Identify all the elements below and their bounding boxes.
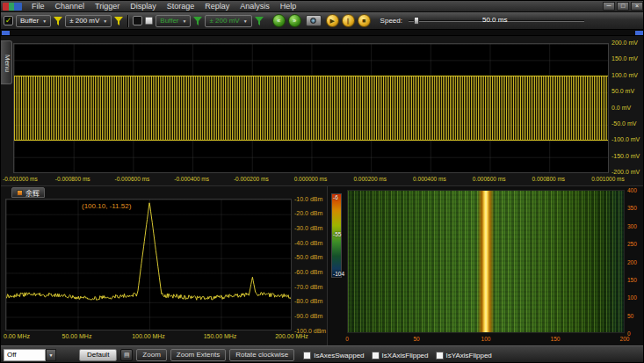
menu-item-trigger[interactable]: Trigger	[90, 1, 125, 12]
ch2-buffer-dropdown[interactable]: Buffer ▼	[156, 15, 191, 27]
waveform-x-tick: -0.000200 ms	[225, 176, 278, 182]
waveform-y-tick: -150.0 mV	[611, 153, 640, 159]
maximize-button[interactable]: □	[617, 2, 629, 11]
pause-button[interactable]: ∥	[342, 14, 355, 27]
status-bar: Off ▼ Default ▤ Zoom Zoom Extents Rotate…	[1, 345, 644, 363]
chevron-down-icon: ▼	[46, 349, 56, 361]
menu-item-help[interactable]: Help	[275, 1, 302, 12]
checkbox-icon[interactable]	[303, 352, 311, 359]
spectrogram-x-tick: 200	[612, 336, 637, 342]
chevron-down-icon: ▼	[243, 18, 248, 24]
ch1-filter-icon[interactable]	[54, 16, 62, 25]
slider-handle[interactable]	[414, 17, 419, 25]
ch1-waveform-trace	[14, 76, 608, 141]
checkbox-isyaxisflipped[interactable]: IsYAxisFlipped	[436, 352, 492, 359]
checkbox-isxaxisflipped[interactable]: IsXAxisFlipped	[372, 352, 429, 359]
spectrogram-y-tick: 250	[627, 241, 637, 247]
ch2-buffer-label: Buffer	[160, 17, 178, 25]
camera-lens-icon	[310, 18, 316, 24]
persistence-tab-label: 余辉	[25, 188, 40, 198]
menu-item-channel[interactable]: Channel	[50, 1, 90, 12]
colorbar-label: -104	[333, 271, 344, 277]
close-button[interactable]: ×	[631, 2, 643, 11]
checkbox-isaxesswapped[interactable]: IsAxesSwapped	[303, 352, 364, 359]
step-forward-button[interactable]: »	[288, 14, 301, 27]
ch1-buffer-dropdown[interactable]: Buffer ▼	[16, 15, 51, 27]
ch1-buffer-label: Buffer	[20, 17, 39, 25]
spectrum-x-tick: 150.00 MHz	[196, 333, 245, 339]
ch2-enable-checkbox[interactable]	[133, 16, 142, 25]
waveform-y-tick: -100.0 mV	[611, 136, 640, 142]
buffer-position-bar[interactable]	[1, 30, 644, 36]
menu-item-replay[interactable]: Replay	[199, 1, 235, 12]
checkbox-label: IsYAxisFlipped	[446, 352, 492, 359]
waveform-y-tick: 0.0 mV	[611, 105, 631, 111]
spectrogram-x-tick: 100	[474, 336, 498, 342]
speed-slider[interactable]: 50.0 ms	[409, 15, 584, 26]
persistence-tab[interactable]: 余辉	[11, 187, 45, 198]
rotate-clockwise-button[interactable]: Rotate clockwise	[229, 349, 294, 361]
waveform-y-tick: 150.0 mV	[611, 55, 638, 62]
play-button[interactable]: ▶	[326, 14, 339, 27]
ch1-range-label: ± 200 mV	[69, 17, 99, 25]
waveform-plot-area[interactable]	[13, 43, 609, 173]
default-button[interactable]: Default	[79, 349, 117, 361]
waveform-x-tick: 0.000400 ms	[403, 176, 456, 182]
zoom-extents-button[interactable]: Zoom Extents	[170, 349, 226, 361]
spectrogram-y-tick: 200	[627, 259, 637, 265]
minimize-button[interactable]: ─	[603, 2, 615, 11]
ch2-range-filter-icon[interactable]	[255, 16, 264, 25]
spectrogram-plot-area[interactable]	[347, 190, 625, 333]
peak-annotation: (100.10, -11.52)	[82, 202, 131, 210]
checkbox-icon[interactable]	[372, 352, 380, 359]
ch1-range-dropdown[interactable]: ± 200 mV ▼	[65, 15, 112, 27]
persistence-mode-select[interactable]: Off ▼	[4, 349, 56, 361]
spectrogram-y-tick: 150	[627, 277, 637, 283]
menu-item-analysis[interactable]: Analysis	[235, 1, 275, 12]
checkbox-icon[interactable]	[436, 352, 444, 359]
replay-transport-controls: «»▶∥■	[272, 14, 371, 27]
snapshot-button[interactable]	[306, 15, 322, 26]
waveform-y-tick: 100.0 mV	[611, 72, 638, 78]
position-marker-left[interactable]	[2, 31, 10, 35]
step-back-button[interactable]: «	[272, 14, 286, 27]
ch2-color-swatch[interactable]	[145, 17, 153, 25]
toolbar-divider	[127, 15, 128, 27]
spectrum-plot-area[interactable]: (100.10, -11.52)	[5, 199, 292, 330]
menu-side-tab[interactable]: Menu	[1, 40, 12, 84]
spectrum-x-tick: 0.00 MHz	[4, 333, 53, 339]
persistence-mode-value: Off	[4, 349, 46, 361]
waveform-x-tick: -0.000400 ms	[165, 176, 218, 182]
chevron-down-icon: ▼	[183, 18, 187, 24]
toolbar: ✓ Buffer ▼ ± 200 mV ▼ Buffer ▼ ± 200 mV …	[1, 12, 644, 30]
checkbox-label: IsAxesSwapped	[314, 352, 364, 359]
stop-button[interactable]: ■	[358, 14, 371, 27]
spectrogram-x-tick: 150	[543, 336, 568, 342]
spectrum-y-tick: -60.0 dBm	[294, 269, 322, 275]
spectrum-x-tick: 100.00 MHz	[124, 333, 173, 339]
waveform-x-tick: -0.000800 ms	[47, 176, 99, 182]
menu-item-file[interactable]: File	[26, 1, 50, 12]
spectrogram-x-tick: 50	[404, 336, 429, 342]
spectrum-y-tick: -50.0 dBm	[294, 254, 322, 260]
waveform-y-tick: -200.0 mV	[611, 169, 640, 175]
menu-items: FileChannelTriggerDisplayStorageReplayAn…	[26, 1, 301, 12]
ch2-filter-icon[interactable]	[193, 16, 202, 25]
spectrum-x-tick: 200.00 MHz	[267, 333, 316, 339]
menu-item-display[interactable]: Display	[125, 1, 162, 12]
spectrum-y-tick: -90.0 dBm	[294, 313, 322, 319]
persistence-icon	[17, 190, 23, 196]
spectrogram-y-tick: 400	[627, 187, 637, 193]
tool-button[interactable]: ▤	[120, 349, 133, 361]
app-logo-icon	[3, 3, 22, 11]
ch1-range-filter-icon[interactable]	[114, 16, 123, 25]
spectrum-x-tick: 50.00 MHz	[53, 333, 102, 339]
ch1-enable-checkbox[interactable]: ✓	[4, 16, 13, 25]
waveform-x-tick: 0.000000 ms	[285, 176, 337, 182]
ch2-range-dropdown[interactable]: ± 200 mV ▼	[205, 15, 251, 27]
spectrogram-y-tick: 50	[627, 313, 633, 319]
speed-label: Speed:	[380, 17, 402, 25]
zoom-button[interactable]: Zoom	[136, 349, 166, 361]
menu-item-storage[interactable]: Storage	[162, 1, 200, 12]
position-marker-right[interactable]	[635, 31, 643, 35]
